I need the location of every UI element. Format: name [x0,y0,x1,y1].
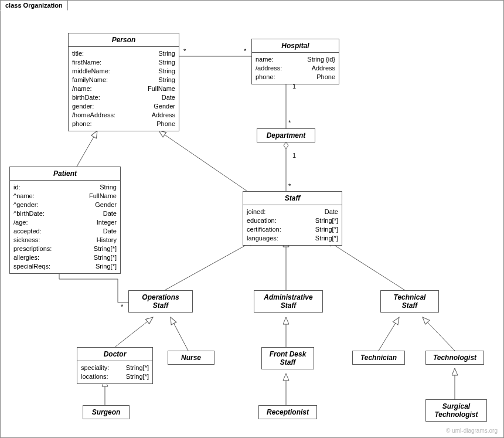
class-hospital: Hospital name:String {id}/address:Addres… [251,39,339,84]
svg-line-8 [115,317,153,347]
class-title: Administrative Staff [254,291,322,312]
class-attrs: speciality:String[*]locations:String[*] [77,361,152,383]
frame-label: class Organization [0,0,68,11]
class-nurse: Nurse [168,351,214,365]
class-title: Surgical Technologist [426,400,486,421]
class-title: Technologist [426,351,483,364]
class-attrs: title:StringfirstName:StringmiddleName:S… [69,47,179,131]
class-technical-staff: Technical Staff [380,290,439,313]
svg-line-3 [77,131,97,167]
class-title: Technician [353,351,404,364]
class-staff: Staff joined:Dateeducation:String[*]cert… [243,191,342,246]
class-technologist: Technologist [425,351,484,365]
class-attrs: id:String^name:FullName^gender:Gender^bi… [10,181,120,273]
class-title: Nurse [168,351,214,364]
class-front-desk-staff: Front Desk Staff [261,347,314,369]
class-title: Staff [243,192,342,205]
class-administrative-staff: Administrative Staff [254,290,323,313]
svg-line-9 [171,317,188,351]
class-attrs: name:String {id}/address:Addressphone:Ph… [252,53,339,84]
class-title: Department [257,129,315,142]
class-title: Person [69,33,179,47]
class-receptionist: Receptionist [258,405,317,419]
svg-text:*: * [288,182,291,189]
class-operations-staff: Operations Staff [128,290,193,313]
class-surgeon: Surgeon [83,405,130,419]
uml-frame: class Organization [0,0,504,438]
svg-line-4 [159,131,251,194]
class-title: Patient [10,167,120,181]
class-title: Technical Staff [381,291,438,312]
class-title: Receptionist [259,406,316,419]
svg-line-7 [326,240,405,290]
class-title: Doctor [77,348,152,361]
class-person: Person title:StringfirstName:Stringmiddl… [68,33,179,131]
class-title: Surgeon [83,406,129,419]
svg-line-12 [379,317,399,351]
class-title: Front Desk Staff [262,348,314,369]
class-title: Hospital [252,39,339,53]
class-patient: Patient id:String^name:FullName^gender:G… [9,167,121,274]
svg-text:*: * [121,303,124,310]
svg-text:*: * [183,47,186,55]
svg-text:*: * [244,47,247,55]
class-title: Operations Staff [129,291,192,312]
class-attrs: joined:Dateeducation:String[*]certificat… [243,205,342,245]
class-doctor: Doctor speciality:String[*]locations:Str… [77,347,153,384]
svg-line-13 [423,317,455,351]
class-department: Department [257,128,315,142]
class-surgical-technologist: Surgical Technologist [425,399,487,422]
svg-text:1: 1 [292,152,296,159]
class-technician: Technician [352,351,405,365]
watermark: © uml-diagrams.org [446,427,498,434]
svg-line-5 [165,240,256,290]
svg-text:*: * [288,119,291,126]
